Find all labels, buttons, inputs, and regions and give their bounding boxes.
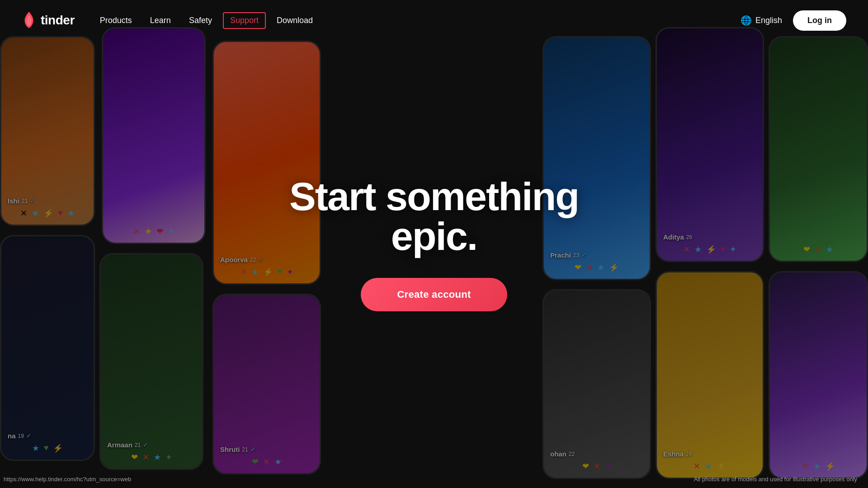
tinder-logo[interactable]: tinder — [22, 12, 75, 29]
create-account-button[interactable]: Create account — [361, 278, 507, 311]
nav-links: Products Learn Safety Support Download — [93, 12, 741, 29]
language-label: English — [755, 16, 782, 25]
hero-content: Start something epic. Create account — [253, 177, 615, 311]
login-button[interactable]: Log in — [793, 10, 846, 31]
nav-products[interactable]: Products — [93, 12, 139, 29]
flame-icon — [22, 12, 36, 29]
hero-title: Start something epic. — [253, 177, 615, 256]
nav-right: 🌐 English Log in — [741, 10, 846, 31]
nav-learn[interactable]: Learn — [143, 12, 178, 29]
globe-icon: 🌐 — [741, 15, 752, 26]
language-selector[interactable]: 🌐 English — [741, 15, 782, 26]
nav-download[interactable]: Download — [269, 12, 320, 29]
brand-name: tinder — [41, 13, 75, 28]
navbar: tinder Products Learn Safety Support Dow… — [0, 0, 868, 41]
footer-note: All photos are of models and used for il… — [694, 476, 857, 483]
nav-support[interactable]: Support — [223, 12, 266, 29]
nav-safety[interactable]: Safety — [182, 12, 219, 29]
url-bar: https://www.help.tinder.com/hc?utm_sourc… — [0, 476, 131, 483]
